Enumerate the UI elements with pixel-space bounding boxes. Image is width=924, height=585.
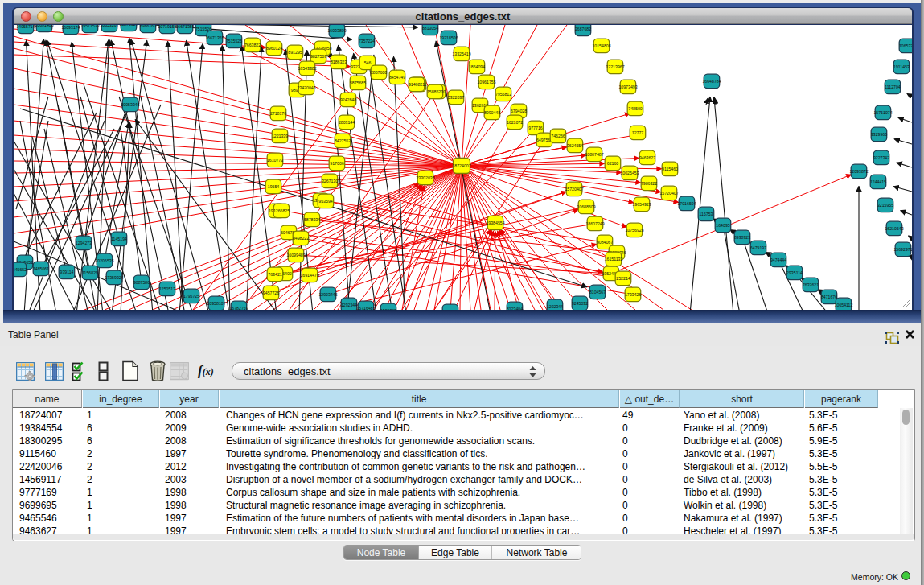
svg-text:10961755: 10961755 [477, 80, 495, 84]
svg-text:1588520: 1588520 [427, 89, 443, 94]
svg-text:6479197: 6479197 [750, 245, 766, 250]
svg-text:10688609: 10688609 [577, 204, 595, 209]
svg-text:9245652: 9245652 [14, 267, 27, 272]
svg-text:16671355: 16671355 [205, 35, 224, 40]
svg-text:1221339: 1221339 [272, 134, 288, 138]
svg-text:9084067: 9084067 [597, 240, 613, 245]
svg-text:10654112: 10654112 [835, 303, 853, 307]
svg-text:3267130: 3267130 [322, 179, 338, 183]
svg-text:9329966: 9329966 [871, 132, 887, 137]
svg-text:8104567: 8104567 [589, 290, 606, 295]
svg-text:19384554: 19384554 [486, 220, 504, 225]
svg-text:9457726: 9457726 [263, 290, 279, 295]
svg-text:8454749: 8454749 [389, 75, 405, 80]
svg-text:12093872: 12093872 [849, 169, 868, 174]
svg-text:1202344: 1202344 [547, 304, 563, 309]
svg-text:10025453: 10025453 [620, 171, 639, 175]
svg-text:16093174: 16093174 [61, 25, 80, 30]
svg-text:3215955: 3215955 [877, 203, 893, 208]
svg-text:10653267: 10653267 [100, 25, 118, 27]
svg-text:16210643: 16210643 [885, 226, 903, 231]
svg-text:1733426: 1733426 [625, 292, 641, 297]
svg-text:16099489: 16099489 [286, 253, 305, 257]
svg-text:1911453: 1911453 [893, 64, 910, 69]
svg-text:9242848: 9242848 [340, 97, 356, 102]
svg-text:16543382: 16543382 [298, 66, 316, 71]
svg-text:10154808: 10154808 [592, 43, 610, 48]
svg-text:3624554: 3624554 [567, 143, 583, 148]
svg-text:9245032: 9245032 [572, 301, 588, 306]
svg-text:9474444: 9474444 [770, 257, 786, 262]
svg-text:16151132: 16151132 [605, 257, 623, 262]
svg-text:9827509: 9827509 [310, 54, 326, 59]
svg-text:746266: 746266 [551, 134, 565, 138]
svg-text:252214: 252214 [616, 276, 630, 281]
svg-text:16671355: 16671355 [175, 25, 194, 29]
svg-text:5875685: 5875685 [350, 80, 366, 85]
svg-text:18607249: 18607249 [585, 221, 604, 226]
svg-text:748500: 748500 [628, 106, 642, 111]
svg-text:12777: 12777 [632, 130, 644, 135]
svg-text:8960124: 8960124 [266, 46, 282, 51]
svg-text:1112704: 1112704 [885, 84, 901, 89]
svg-text:116753: 116753 [700, 212, 713, 216]
svg-text:1156829: 1156829 [82, 270, 98, 275]
svg-text:15751074: 15751074 [873, 110, 892, 115]
svg-text:1795725: 1795725 [183, 294, 199, 299]
svg-text:9146821: 9146821 [409, 82, 425, 87]
svg-text:23302035: 23302035 [416, 175, 434, 180]
svg-text:10807487: 10807487 [585, 152, 603, 157]
svg-text:2687682: 2687682 [575, 27, 591, 31]
svg-text:953594: 953594 [318, 199, 332, 204]
svg-text:17016504: 17016504 [677, 201, 696, 206]
svg-text:23420046: 23420046 [297, 85, 315, 90]
svg-text:1864094: 1864094 [469, 64, 485, 69]
svg-text:12923446: 12923446 [318, 292, 337, 297]
svg-text:8990448: 8990448 [484, 110, 500, 115]
svg-text:10973493: 10973493 [618, 84, 637, 89]
svg-text:10756928: 10756928 [625, 228, 643, 233]
svg-text:1294273: 1294273 [76, 241, 92, 245]
svg-text:2935114: 2935114 [786, 270, 803, 275]
svg-text:1244415: 1244415 [870, 179, 886, 184]
svg-text:1266825: 1266825 [273, 208, 290, 213]
svg-text:6794028: 6794028 [511, 109, 527, 113]
svg-text:10958107: 10958107 [207, 301, 225, 306]
svg-text:917006: 917006 [330, 161, 343, 166]
svg-text:7632621: 7632621 [803, 282, 819, 287]
svg-text:8186323: 8186323 [331, 60, 347, 64]
svg-text:7663822: 7663822 [244, 43, 261, 47]
svg-text:15720407: 15720407 [659, 191, 678, 196]
svg-text:19654: 19654 [268, 184, 280, 189]
svg-text:14055714: 14055714 [16, 25, 35, 29]
svg-text:9463627: 9463627 [639, 155, 655, 160]
svg-text:16648784: 16648784 [702, 79, 721, 84]
svg-text:19654923: 19654923 [632, 202, 651, 207]
svg-text:2867608: 2867608 [371, 70, 387, 75]
svg-text:1065326: 1065326 [899, 43, 912, 48]
svg-text:15692971: 15692971 [893, 247, 912, 252]
svg-text:19571533: 19571533 [80, 25, 99, 28]
svg-text:939114: 939114 [60, 270, 74, 274]
svg-text:8498222: 8498222 [293, 236, 309, 241]
svg-text:891295: 891295 [288, 50, 302, 55]
svg-text:6966160: 6966160 [140, 25, 156, 28]
svg-text:20053346: 20053346 [121, 102, 139, 107]
svg-text:7955812: 7955812 [495, 92, 511, 97]
svg-text:546: 546 [364, 60, 372, 65]
svg-text:16033809: 16033809 [327, 28, 346, 33]
svg-text:8938923: 8938923 [734, 235, 750, 240]
svg-text:15276027: 15276027 [119, 25, 138, 27]
svg-text:9227342: 9227342 [873, 155, 889, 160]
svg-text:5322037: 5322037 [448, 95, 464, 100]
svg-text:16914479: 16914479 [300, 273, 318, 278]
svg-text:10719155: 10719155 [158, 25, 176, 29]
svg-text:7986322: 7986322 [641, 181, 657, 186]
svg-text:977716: 977716 [528, 126, 542, 130]
svg-text:12213967: 12213967 [606, 64, 624, 69]
svg-text:20691406: 20691406 [35, 25, 53, 27]
svg-text:1292344: 1292344 [341, 303, 357, 307]
svg-text:2718170: 2718170 [270, 111, 286, 116]
svg-text:5878334: 5878334 [304, 217, 320, 222]
svg-text:8813054: 8813054 [422, 26, 438, 31]
